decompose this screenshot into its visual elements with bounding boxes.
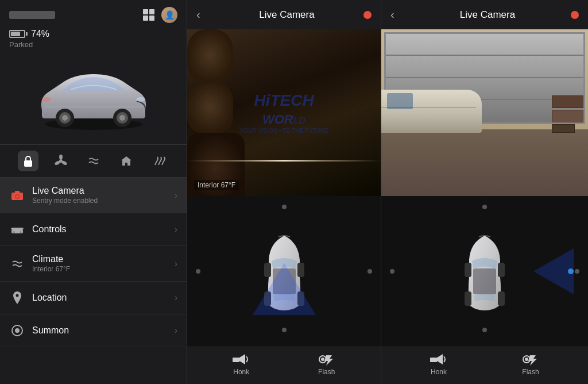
center-honk-label: Honk	[233, 368, 249, 376]
camera-menu-icon	[9, 187, 25, 203]
right-camera-bottom-bar: Honk Flash	[381, 347, 588, 384]
left-headrest	[187, 29, 233, 81]
avatar[interactable]: 👤	[161, 7, 177, 23]
interior-bg	[187, 29, 381, 196]
right-camera-panel: ‹ Live Camera	[381, 0, 588, 384]
honk-icon	[233, 353, 250, 366]
center-record-indicator[interactable]	[363, 11, 372, 19]
center-flash-label: Flash	[318, 368, 335, 376]
svg-rect-40	[465, 291, 471, 306]
battery-percent: 74%	[31, 29, 49, 39]
right-flash-label: Flash	[522, 368, 539, 376]
climate-subtitle: Interior 67°F	[32, 265, 175, 273]
garage-floor	[381, 129, 588, 196]
left-panel: 👤 74% Parked	[0, 0, 187, 384]
center-camera-header: ‹ Live Camera	[187, 0, 381, 29]
interior-temp-label: Interior 67°F	[194, 180, 239, 190]
svg-point-10	[119, 115, 125, 121]
svg-rect-0	[143, 9, 148, 14]
svg-rect-38	[465, 263, 471, 277]
home-nav-icon[interactable]	[116, 151, 137, 171]
right-camera-header: ‹ Live Camera	[381, 0, 588, 29]
location-chevron: ›	[175, 293, 177, 303]
climate-nav-icon[interactable]	[83, 151, 104, 171]
controls-menu-icon	[9, 221, 25, 237]
svg-rect-37	[473, 268, 496, 294]
center-camera-bottom-bar: Honk Flash	[187, 347, 381, 384]
battery-info: 74%	[0, 28, 187, 39]
menu-item-controls[interactable]: Controls ›	[0, 213, 187, 246]
svg-point-24	[13, 231, 15, 233]
parked-status: Parked	[0, 39, 187, 52]
right-radar-dot-top	[482, 205, 487, 209]
heated-nav-icon[interactable]	[149, 151, 169, 171]
car-image-area	[0, 52, 187, 144]
climate-menu-icon	[9, 256, 25, 272]
right-back-button[interactable]: ‹	[390, 8, 404, 21]
svg-point-44	[525, 358, 528, 361]
location-title: Location	[32, 293, 175, 303]
summon-title: Summon	[32, 325, 175, 336]
radar-dot-right	[368, 269, 372, 274]
right-radar-dot-right	[575, 269, 579, 274]
radar-dot-left	[196, 269, 200, 274]
center-honk-button[interactable]: Honk	[233, 353, 250, 376]
left-header: 👤	[0, 0, 187, 28]
menu-item-location[interactable]: Location ›	[0, 282, 187, 314]
svg-rect-2	[143, 16, 148, 21]
svg-rect-34	[233, 358, 239, 362]
svg-point-15	[59, 155, 63, 160]
climate-chevron: ›	[175, 259, 177, 269]
right-record-indicator[interactable]	[571, 11, 579, 19]
radar-dot-bottom	[282, 328, 287, 332]
svg-rect-42	[430, 358, 437, 362]
climate-text: Climate Interior 67°F	[32, 254, 175, 273]
right-camera-feed[interactable]	[381, 29, 588, 196]
controls-text: Controls	[32, 224, 175, 235]
climate-title: Climate	[32, 254, 175, 264]
center-camera-title: Live Camera	[210, 9, 363, 21]
svg-rect-3	[149, 16, 154, 21]
svg-rect-39	[498, 263, 505, 277]
menu-item-live-camera[interactable]: Live Camera Sentry mode enabled ›	[0, 178, 187, 213]
summon-chevron: ›	[175, 325, 177, 336]
center-flash-button[interactable]: Flash	[318, 353, 335, 376]
right-headrest	[187, 81, 233, 133]
svg-point-26	[16, 294, 19, 297]
right-flash-icon	[522, 353, 539, 366]
live-camera-subtitle: Sentry mode enabled	[32, 197, 175, 205]
header-icons: 👤	[143, 7, 177, 23]
svg-point-12	[42, 97, 51, 102]
nav-icons-bar	[0, 144, 187, 178]
center-back-button[interactable]: ‹	[196, 8, 210, 21]
center-camera-panel: ‹ Live Camera Interior 67°F HiTECH WORLD…	[187, 0, 381, 384]
center-camera-feed[interactable]: Interior 67°F HiTECH WORLD YOUR VISION •…	[187, 29, 381, 196]
right-flash-button[interactable]: Flash	[522, 353, 539, 376]
summon-text: Summon	[32, 325, 175, 336]
flash-icon	[318, 353, 335, 366]
car-name	[9, 11, 55, 19]
svg-point-36	[321, 358, 324, 361]
car-image	[30, 64, 157, 133]
right-honk-label: Honk	[431, 368, 447, 376]
menu-item-climate[interactable]: Climate Interior 67°F ›	[0, 246, 187, 282]
lock-nav-icon[interactable]	[18, 151, 38, 171]
right-car-top-view-svg	[459, 225, 510, 317]
right-honk-icon	[430, 353, 447, 366]
svg-point-28	[16, 329, 19, 332]
svg-rect-13	[24, 160, 32, 167]
menu-item-summon[interactable]: Summon ›	[0, 314, 187, 347]
svg-rect-21	[15, 191, 20, 193]
svg-rect-41	[498, 291, 505, 306]
location-menu-icon	[9, 290, 25, 306]
grid-icon[interactable]	[143, 9, 156, 21]
controls-chevron: ›	[175, 224, 177, 235]
fan-nav-icon[interactable]	[51, 151, 71, 171]
svg-point-20	[16, 195, 19, 198]
live-camera-text: Live Camera Sentry mode enabled	[32, 186, 175, 205]
svg-point-7	[62, 115, 68, 121]
center-car-diagram	[187, 196, 381, 347]
summon-menu-icon	[9, 322, 25, 339]
right-car-diagram	[381, 196, 588, 347]
right-honk-button[interactable]: Honk	[430, 353, 447, 376]
